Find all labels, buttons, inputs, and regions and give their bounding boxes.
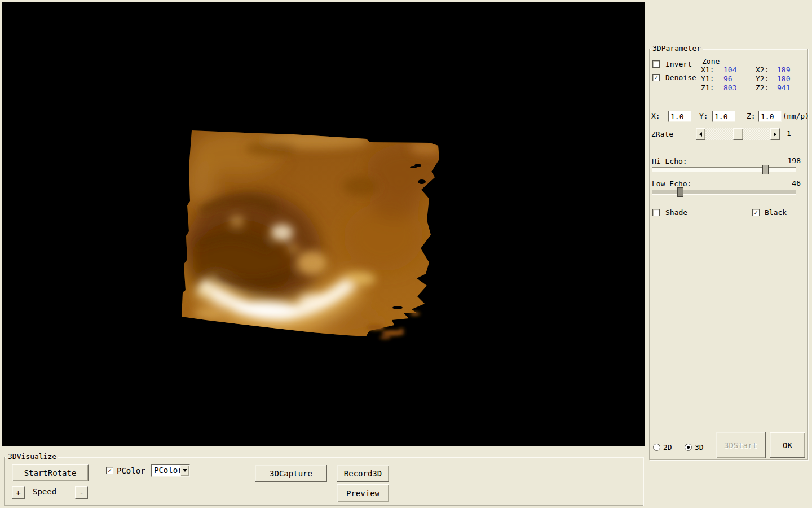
zone-row-y: Y1: 96 Y2: 180 (701, 75, 808, 84)
pcolor-checkbox[interactable]: ✓ (106, 467, 113, 474)
scale-x-label: X: (651, 112, 660, 120)
zrate-scrollbar-thumb[interactable] (733, 128, 743, 140)
hi-echo-slider-track[interactable] (652, 167, 796, 172)
low-echo-label: Low Echo: (652, 180, 691, 188)
render-viewport[interactable] (2, 2, 645, 446)
3dcapture-button[interactable]: 3DCapture (255, 465, 327, 482)
zone-y1-value: 96 (723, 75, 756, 84)
mode-2d-label: 2D (663, 444, 672, 452)
zone-z2-label: Z2: (756, 84, 777, 93)
invert-label: Invert (665, 60, 692, 68)
invert-checkbox[interactable] (652, 60, 660, 68)
3dstart-button[interactable]: 3DStart (716, 432, 766, 458)
black-checkbox[interactable]: ✓ (752, 209, 760, 216)
zone-grid: X1: 104 X2: 189 Y1: 96 Y2: 180 Z1: 803 Z… (701, 65, 808, 93)
speed-label: Speed (33, 488, 56, 496)
zrate-value: 1 (787, 130, 791, 138)
zone-z1-label: Z1: (701, 84, 723, 93)
low-echo-slider-track[interactable] (652, 190, 796, 195)
zone-label: Zone (702, 58, 720, 65)
pcolor-dropdown[interactable]: PColor (151, 464, 190, 477)
arrow-right-icon (774, 132, 776, 137)
speed-minus-button[interactable]: - (75, 486, 88, 499)
record3d-button[interactable]: Record3D (337, 465, 389, 482)
parameter-groupbox-title: 3DParameter (651, 45, 703, 52)
start-rotate-button[interactable]: StartRotate (12, 464, 89, 481)
mode-3d-label: 3D (695, 444, 704, 452)
visualize-groupbox-title: 3DVisualize (6, 453, 58, 460)
zone-x2-value: 189 (777, 65, 790, 75)
zone-x2-label: X2: (756, 65, 777, 75)
preview-button[interactable]: Preview (337, 484, 389, 502)
zone-x1-value: 104 (723, 65, 756, 75)
zone-row-x: X1: 104 X2: 189 (701, 65, 808, 75)
black-label: Black (765, 209, 787, 217)
pcolor-checkbox-label: PColor (117, 467, 145, 475)
zone-row-z: Z1: 803 Z2: 941 (701, 84, 808, 93)
shade-checkbox[interactable] (652, 209, 660, 216)
hi-echo-slider-thumb[interactable] (762, 165, 769, 174)
pcolor-dropdown-button[interactable] (180, 465, 189, 476)
arrow-left-icon (699, 132, 702, 137)
zone-y1-label: Y1: (701, 75, 723, 84)
hi-echo-value: 198 (784, 157, 801, 165)
scale-unit-label: (mm/p) (783, 112, 809, 120)
zone-z2-value: 941 (777, 84, 790, 93)
chevron-down-icon (183, 469, 187, 472)
scale-z-input[interactable] (758, 111, 782, 122)
mode-3d-radio[interactable] (685, 444, 692, 451)
denoise-checkbox[interactable]: ✓ (652, 74, 660, 81)
checkmark-icon: ✓ (754, 209, 758, 216)
zone-z1-value: 803 (723, 84, 756, 93)
speed-plus-button[interactable]: + (12, 486, 25, 499)
zrate-scroll-right-button[interactable] (770, 128, 780, 140)
ok-button[interactable]: OK (770, 432, 805, 458)
radio-dot-icon (687, 446, 690, 449)
scale-x-input[interactable] (668, 111, 691, 122)
mode-2d-radio[interactable] (653, 444, 660, 451)
zone-y2-label: Y2: (756, 75, 777, 84)
denoise-label: Denoise (665, 74, 696, 82)
low-echo-value: 46 (784, 179, 801, 187)
checkmark-icon: ✓ (108, 467, 112, 474)
scale-z-label: Z: (747, 112, 756, 120)
zone-x1-label: X1: (701, 65, 723, 75)
scale-y-input[interactable] (712, 111, 735, 122)
scale-y-label: Y: (699, 112, 708, 120)
shade-label: Shade (665, 209, 687, 217)
pcolor-dropdown-value: PColor (154, 466, 183, 475)
low-echo-slider-thumb[interactable] (677, 187, 683, 197)
ultrasound-3d-render (2, 2, 645, 446)
zrate-scroll-left-button[interactable] (696, 128, 705, 140)
zrate-label: ZRate (651, 130, 673, 138)
hi-echo-label: Hi Echo: (652, 157, 687, 165)
checkmark-icon: ✓ (654, 75, 658, 81)
zone-y2-value: 180 (777, 75, 790, 84)
